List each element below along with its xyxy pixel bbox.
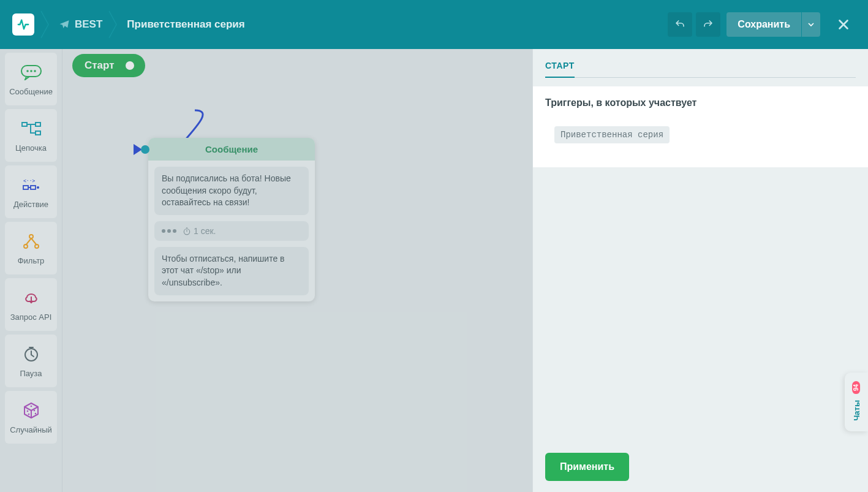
breadcrumb-separator <box>108 0 121 49</box>
typing-delay-label: 1 сек. <box>194 226 216 236</box>
svg-rect-6 <box>36 131 40 135</box>
tool-label: Случайный <box>10 425 52 434</box>
message-bubble: Чтобы отписаться, напишите в этот чат «/… <box>154 247 309 295</box>
panel-tab-start[interactable]: СТАРТ <box>545 61 575 78</box>
chats-widget[interactable]: 94 Чаты <box>845 373 868 431</box>
tool-pause[interactable]: Пауза <box>5 335 57 387</box>
triggers-heading: Триггеры, в которых участвует <box>545 97 856 108</box>
svg-point-17 <box>28 413 29 415</box>
chain-icon <box>19 119 43 138</box>
trigger-list: Приветственная серия <box>545 117 856 153</box>
tool-api[interactable]: Запрос API <box>5 278 57 331</box>
api-icon <box>19 288 43 308</box>
tool-label: Фильтр <box>18 256 45 265</box>
message-node[interactable]: Сообщение Вы подписались на бота! Новые … <box>148 138 315 301</box>
svg-point-3 <box>34 70 36 72</box>
close-icon <box>837 18 850 31</box>
pause-icon <box>19 344 43 364</box>
svg-rect-8 <box>23 186 28 189</box>
tool-chain[interactable]: Цепочка <box>5 109 57 162</box>
tool-label: Действие <box>13 200 48 209</box>
toolbox: Сообщение Цепочка <··> Действие Фильтр <box>0 49 62 492</box>
start-node[interactable]: Старт <box>72 54 145 77</box>
tool-action[interactable]: <··> Действие <box>5 165 57 218</box>
save-dropdown-button[interactable] <box>802 12 820 37</box>
message-icon <box>19 62 43 82</box>
undo-icon <box>674 19 685 30</box>
svg-point-12 <box>24 244 28 248</box>
svg-point-10 <box>37 186 39 189</box>
typing-dots-icon <box>162 229 176 233</box>
action-icon: <··> <box>19 175 43 195</box>
breadcrumb-separator <box>40 0 53 49</box>
svg-point-11 <box>29 235 33 238</box>
typing-delay-row: 1 сек. <box>154 221 309 241</box>
svg-point-20 <box>184 229 189 234</box>
svg-rect-9 <box>31 186 36 189</box>
pulse-icon <box>17 18 30 31</box>
svg-point-13 <box>35 244 39 248</box>
svg-rect-5 <box>36 123 40 126</box>
chats-label: Чаты <box>852 400 861 421</box>
tool-filter[interactable]: Фильтр <box>5 222 57 274</box>
tool-label: Пауза <box>20 369 42 378</box>
start-node-port[interactable] <box>123 59 137 72</box>
svg-point-15 <box>30 405 32 407</box>
telegram-icon <box>59 19 70 30</box>
chats-badge: 94 <box>853 381 861 394</box>
svg-point-19 <box>34 412 36 414</box>
chevron-down-icon <box>808 21 814 28</box>
svg-point-1 <box>26 70 29 72</box>
bot-name-label: BEST <box>75 18 102 31</box>
app-logo[interactable] <box>12 13 34 36</box>
message-bubble: Вы подписались на бота! Новые сообщения … <box>154 167 309 215</box>
svg-rect-4 <box>22 123 27 126</box>
stopwatch-icon <box>183 227 191 235</box>
trigger-chip[interactable]: Приветственная серия <box>554 126 670 143</box>
start-node-label: Старт <box>85 59 115 72</box>
message-node-in-port[interactable] <box>141 145 149 154</box>
tool-message[interactable]: Сообщение <box>5 53 57 105</box>
redo-icon <box>703 19 714 30</box>
property-panel: СТАРТ Триггеры, в которых участвует Прив… <box>532 49 868 492</box>
flow-title: Приветственная серия <box>127 18 244 31</box>
svg-point-16 <box>26 410 28 412</box>
svg-point-2 <box>30 70 32 72</box>
message-node-title: Сообщение <box>148 138 315 161</box>
bot-name[interactable]: BEST <box>59 18 102 31</box>
apply-button[interactable]: Применить <box>545 453 629 481</box>
tool-random[interactable]: Случайный <box>5 391 57 444</box>
random-icon <box>19 401 43 420</box>
filter-icon <box>19 232 43 251</box>
close-button[interactable] <box>831 12 856 37</box>
svg-text:<··>: <··> <box>23 178 35 184</box>
save-button[interactable]: Сохранить <box>726 12 801 37</box>
tool-label: Сообщение <box>9 87 53 96</box>
undo-button[interactable] <box>668 12 692 37</box>
tool-label: Цепочка <box>15 143 47 153</box>
tool-label: Запрос API <box>10 312 52 322</box>
svg-point-18 <box>33 409 35 411</box>
redo-button[interactable] <box>696 12 720 37</box>
